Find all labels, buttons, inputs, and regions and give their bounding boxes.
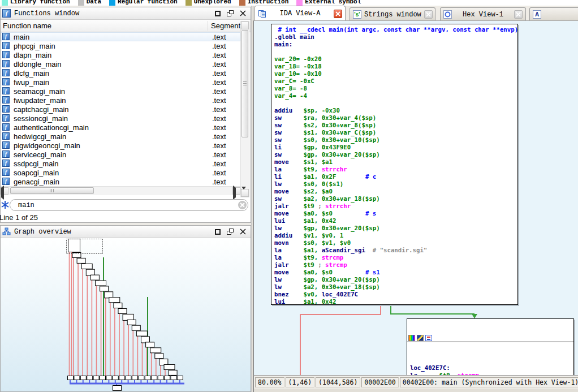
code-line[interactable]: la $a1, aScandir_sgi # "scandir.sgi": [274, 247, 517, 254]
maximize-button[interactable]: [215, 229, 221, 235]
function-row[interactable]: fhedwigcgi_main.text: [1, 132, 240, 141]
code-line[interactable]: var_C= -0xC: [274, 77, 517, 85]
code-line[interactable]: var_8= -8: [274, 85, 517, 92]
function-row[interactable]: fgenacgi_main.text: [1, 177, 240, 186]
code-line[interactable]: sw $ra, 0x30+var_4($sp): [274, 114, 517, 122]
code-line[interactable]: sw $gp, 0x30+var_20($sp): [274, 151, 517, 158]
code-line[interactable]: var_20= -0x20: [274, 55, 517, 63]
code-line[interactable]: lw $s0, 0($s1): [274, 180, 517, 188]
code-line[interactable]: var_10= -0x10: [274, 70, 517, 77]
code-line[interactable]: la $t9, strcmp: [274, 254, 517, 261]
code-line[interactable]: bnez $v0, loc_402E7C: [274, 291, 517, 298]
function-list-header[interactable]: Function name Segment: [1, 20, 251, 32]
close-button[interactable]: [240, 10, 246, 16]
function-row[interactable]: fpigwidgeoncgi_main.text: [1, 141, 240, 150]
graph-overview-titlebar[interactable]: Graph overview: [1, 226, 251, 238]
basic-block-loc402E7C[interactable]: loc_402E7C:la $t9, strcmpmove $a0, $s0 #…: [407, 318, 574, 375]
strings-icon: 's': [353, 10, 361, 19]
code-line[interactable]: lw $gp, 0x30+var_20($sp): [274, 276, 517, 283]
code-line[interactable]: addiu $sp, -0x30: [274, 107, 517, 114]
functions-window-titlebar[interactable]: f Functions window: [1, 7, 251, 20]
function-row[interactable]: fdldongle_main.text: [1, 59, 240, 68]
maximize-button[interactable]: [215, 11, 221, 16]
code-line[interactable]: sw $a2, 0x30+var_18($sp): [274, 195, 517, 203]
horizontal-scrollbar[interactable]: [1, 186, 240, 195]
code-line[interactable]: .globl main: [274, 33, 517, 41]
block-color-icon[interactable]: [408, 335, 415, 341]
code-line[interactable]: move $a0, $s0 # s1: [274, 269, 517, 276]
close-button[interactable]: [240, 229, 246, 235]
code-line[interactable]: move $s1, $a1: [274, 158, 517, 166]
code-line[interactable]: la $t9, strrchr: [274, 166, 517, 173]
function-row[interactable]: fsessioncgi_main.text: [1, 114, 240, 123]
code-line[interactable]: jalr $t9 ; strrchr: [274, 203, 517, 210]
function-row[interactable]: fmain.text: [1, 32, 240, 41]
function-row[interactable]: fsoapcgi_main.text: [1, 168, 240, 177]
function-icon: f: [2, 141, 10, 149]
code-line[interactable]: loc_402E7C:: [410, 364, 573, 372]
code-line[interactable]: main:: [274, 41, 517, 48]
function-row[interactable]: fseamacgi_main.text: [1, 87, 240, 96]
function-row[interactable]: fservicecgi_main.text: [1, 150, 240, 159]
scroll-right-button[interactable]: [232, 187, 240, 195]
code-line[interactable]: [274, 100, 517, 107]
code-line[interactable]: move $a0, $s0 # s: [274, 210, 517, 217]
function-row[interactable]: fdlcfg_main.text: [1, 68, 240, 77]
tab-partial[interactable]: A: [529, 7, 578, 21]
scroll-up-button[interactable]: [241, 21, 249, 29]
code-line[interactable]: li $gp, 0x43F9E0: [274, 144, 517, 151]
tab-hex-view-1[interactable]: Hex View-1: [440, 7, 526, 21]
code-line[interactable]: jalr $t9 ; strcmp: [274, 261, 517, 269]
code-line[interactable]: movn $s0, $v1, $v0: [274, 239, 517, 247]
scroll-down-button[interactable]: [241, 189, 249, 197]
graph-overview-minimap[interactable]: [1, 238, 251, 391]
code-line[interactable]: move $s2, $a0: [274, 188, 517, 195]
code-line[interactable]: sw $s0, 0x30+var_10($sp): [274, 136, 517, 144]
legend-label: Unexplored: [194, 0, 231, 5]
code-line[interactable]: # int __cdecl main(int argc, const char …: [274, 26, 517, 33]
function-row[interactable]: fdlapn_main.text: [1, 50, 240, 59]
vertical-scrollbar[interactable]: [240, 21, 249, 197]
function-row[interactable]: fssdpcgi_main.text: [1, 159, 240, 168]
column-segment[interactable]: Segment: [211, 21, 240, 30]
horizontal-scroll-thumb[interactable]: [10, 187, 94, 194]
code-line[interactable]: var_4= -4: [274, 92, 517, 100]
tab-close-icon[interactable]: [424, 10, 433, 19]
code-line[interactable]: [410, 357, 573, 364]
restore-button[interactable]: [227, 229, 234, 235]
code-line[interactable]: lw $gp, 0x30+var_20($sp): [274, 225, 517, 232]
code-line[interactable]: lw $a2, 0x30+var_18($sp): [274, 283, 517, 291]
clear-filter-icon[interactable]: [238, 201, 247, 209]
column-function-name[interactable]: Function name: [3, 21, 51, 30]
function-row[interactable]: fcaptchacgi_main.text: [1, 105, 240, 114]
tab-strings-window[interactable]: 's'Strings window: [350, 7, 435, 21]
code-line[interactable]: lui $a1, 0x42: [274, 217, 517, 225]
function-row[interactable]: ffwup_main.text: [1, 77, 240, 87]
function-segment: .text: [212, 150, 226, 159]
graph-overview-canvas[interactable]: [1, 238, 251, 391]
code-line[interactable]: sw $s2, 0x30+var_8($sp): [274, 122, 517, 129]
code-line[interactable]: li $a1, 0x2F # c: [274, 173, 517, 180]
scroll-left-button[interactable]: [1, 187, 8, 195]
block-edit-icon[interactable]: [417, 335, 424, 341]
disassembly-graph-canvas[interactable]: # int __cdecl main(int argc, const char …: [253, 21, 578, 375]
code-line[interactable]: [274, 48, 517, 55]
function-icon: f: [2, 60, 10, 67]
column-divider[interactable]: [208, 21, 208, 31]
vertical-scroll-thumb[interactable]: [241, 30, 248, 137]
function-icon: f: [2, 96, 10, 104]
code-line[interactable]: lui $a1, 0x42: [274, 298, 517, 305]
block-group-icon[interactable]: [425, 335, 432, 341]
restore-button[interactable]: [227, 10, 234, 16]
function-row[interactable]: fauthenticationcgi_main.text: [1, 123, 240, 132]
tab-close-icon[interactable]: [334, 10, 342, 18]
function-filter-input[interactable]: [10, 199, 248, 211]
tab-ida-view-a[interactable]: IDA View-A: [255, 6, 346, 21]
function-row[interactable]: fphpcgi_main.text: [1, 41, 240, 50]
function-row[interactable]: ffwupdater_main.text: [1, 96, 240, 105]
code-line[interactable]: addiu $v1, $v0, 1: [274, 232, 517, 239]
code-line[interactable]: sw $s1, 0x30+var_C($sp): [274, 129, 517, 136]
tab-close-icon[interactable]: [514, 10, 523, 19]
basic-block-main[interactable]: # int __cdecl main(int argc, const char …: [271, 24, 518, 305]
code-line[interactable]: var_18= -0x18: [274, 63, 517, 70]
